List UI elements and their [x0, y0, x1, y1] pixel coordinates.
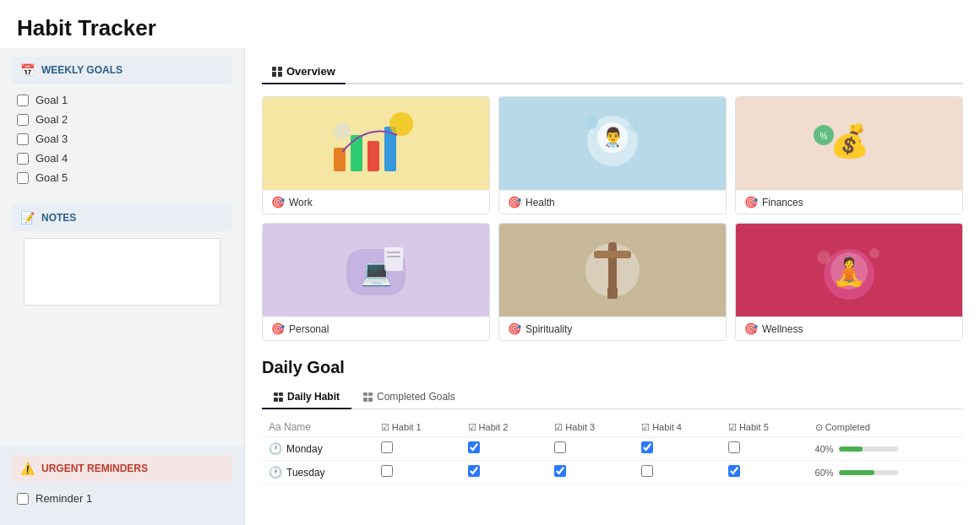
- habit1-monday-check[interactable]: [381, 441, 393, 453]
- reminder-1-label: Reminder 1: [35, 492, 92, 505]
- habit3-monday[interactable]: [547, 437, 634, 461]
- svg-point-9: [585, 116, 598, 129]
- notes-area[interactable]: [24, 238, 220, 306]
- tab-overview[interactable]: Overview: [262, 60, 346, 84]
- progress-cell-tuesday: 60%: [815, 468, 956, 478]
- day-icon-tuesday: 🕐: [269, 466, 282, 479]
- goal-4-label: Goal 4: [35, 152, 68, 165]
- svg-rect-20: [608, 242, 617, 289]
- reminder-icon: ⚠️: [20, 462, 35, 475]
- goal-4-checkbox[interactable]: [17, 153, 29, 165]
- category-name-spirituality: Spirituality: [525, 323, 572, 335]
- habit5-monday-check[interactable]: [728, 441, 740, 453]
- habit3-tuesday-check[interactable]: [554, 465, 566, 477]
- category-label-work: 🎯 Work: [263, 190, 489, 214]
- category-thumb-work: [263, 97, 489, 190]
- reminder-1-checkbox[interactable]: [17, 493, 29, 505]
- goal-2-checkbox[interactable]: [17, 114, 29, 126]
- svg-text:%: %: [820, 132, 828, 141]
- habit5-monday[interactable]: [721, 437, 808, 461]
- overview-tab-label: Overview: [286, 65, 335, 78]
- habit4-tuesday-check[interactable]: [641, 465, 653, 477]
- category-name-wellness: Wellness: [762, 323, 803, 335]
- col-habit4: ☑ Habit 4: [634, 418, 721, 437]
- goal-1-checkbox[interactable]: [17, 95, 29, 106]
- category-card-personal[interactable]: 💻 🎯 Personal: [262, 223, 490, 341]
- habit1-tuesday-check[interactable]: [381, 465, 393, 477]
- day-label-tuesday: Tuesday: [286, 467, 325, 479]
- svg-point-27: [869, 248, 879, 258]
- reminder-item-1: Reminder 1: [12, 489, 232, 508]
- goal-3-checkbox[interactable]: [17, 133, 29, 145]
- weekly-goals-header: 📅 WEEKLY GOALS: [12, 57, 232, 84]
- notes-header: 📝 NOTES: [12, 204, 232, 231]
- target-icon-work: 🎯: [271, 196, 285, 208]
- category-name-finances: Finances: [762, 197, 803, 208]
- col-name: Aa Name: [262, 418, 374, 437]
- goal-item-5: Goal 5: [12, 168, 232, 187]
- habit3-monday-check[interactable]: [554, 441, 566, 453]
- tab-daily-habit[interactable]: Daily Habit: [262, 386, 351, 409]
- category-label-health: 🎯 Health: [499, 190, 726, 214]
- table-row-monday: 🕐 Monday 40%: [262, 437, 963, 461]
- svg-point-5: [334, 122, 351, 139]
- category-card-finances[interactable]: 💰 % 🎯 Finances: [735, 96, 963, 214]
- category-name-work: Work: [289, 197, 313, 208]
- category-card-spirituality[interactable]: 🎯 Spirituality: [498, 223, 727, 341]
- habit1-monday[interactable]: [374, 437, 461, 461]
- tab-completed-goals-label: Completed Goals: [377, 391, 455, 403]
- urgent-reminders-label: URGENT REMINDERS: [41, 463, 148, 474]
- goal-item-3: Goal 3: [12, 129, 232, 149]
- habit4-monday-check[interactable]: [641, 441, 653, 453]
- category-label-finances: 🎯 Finances: [736, 190, 962, 214]
- habit2-tuesday[interactable]: [461, 461, 548, 484]
- category-thumb-finances: 💰 %: [736, 97, 962, 190]
- category-label-spirituality: 🎯 Spirituality: [499, 317, 726, 340]
- category-label-wellness: 🎯 Wellness: [736, 317, 962, 340]
- tab-completed-goals[interactable]: Completed Goals: [351, 386, 467, 409]
- daily-goal-title: Daily Goal: [262, 358, 963, 377]
- overview-tab-bar: Overview: [262, 60, 963, 84]
- svg-text:💰: 💰: [830, 122, 870, 160]
- urgent-reminders-section: ⚠️ URGENT REMINDERS Reminder 1: [0, 447, 244, 525]
- col-habit5: ☑ Habit 5: [721, 418, 808, 437]
- habit4-monday[interactable]: [634, 437, 721, 461]
- category-card-health[interactable]: 👨‍⚕️ 🎯 Health: [498, 96, 727, 214]
- sidebar-spacer: [0, 322, 244, 447]
- progress-bar-fill-tuesday: [839, 470, 874, 475]
- svg-point-4: [389, 112, 413, 136]
- target-icon-spirituality: 🎯: [508, 322, 521, 335]
- category-card-wellness[interactable]: 🧘 🎯 Wellness: [735, 223, 963, 341]
- day-icon-monday: 🕐: [269, 442, 282, 455]
- habit4-tuesday[interactable]: [634, 461, 721, 484]
- svg-rect-22: [607, 287, 618, 299]
- category-card-work[interactable]: 🎯 Work: [262, 96, 490, 214]
- svg-rect-21: [594, 251, 631, 258]
- progress-bar-fill-monday: [839, 447, 863, 452]
- progress-pct-tuesday: 60%: [815, 468, 834, 478]
- goal-item-2: Goal 2: [12, 110, 232, 129]
- svg-text:👨‍⚕️: 👨‍⚕️: [602, 126, 625, 149]
- habit5-tuesday-check[interactable]: [728, 465, 740, 477]
- notes-icon: 📝: [20, 211, 35, 225]
- svg-rect-16: [384, 247, 403, 271]
- habit2-monday[interactable]: [461, 437, 548, 461]
- category-thumb-spirituality: [499, 224, 726, 317]
- goal-5-checkbox[interactable]: [17, 172, 29, 184]
- category-thumb-personal: 💻: [263, 224, 489, 317]
- progress-bar-bg-monday: [839, 447, 898, 452]
- habit5-tuesday[interactable]: [721, 461, 808, 484]
- category-name-health: Health: [525, 197, 555, 208]
- habit2-tuesday-check[interactable]: [468, 465, 480, 477]
- urgent-reminders-header: ⚠️ URGENT REMINDERS: [12, 455, 232, 482]
- category-grid: 🎯 Work 👨‍⚕️ 🎯 Health: [262, 96, 963, 341]
- habit3-tuesday[interactable]: [547, 461, 634, 484]
- grid-icon-daily: [274, 392, 283, 402]
- habit2-monday-check[interactable]: [468, 441, 480, 453]
- goal-1-label: Goal 1: [35, 94, 68, 106]
- daily-tab-bar: Daily Habit Completed Goals: [262, 386, 963, 409]
- day-label-monday: Monday: [286, 443, 323, 455]
- main-content: Overview 🎯: [245, 48, 980, 525]
- notes-section: 📝 NOTES: [0, 196, 244, 322]
- habit1-tuesday[interactable]: [374, 461, 461, 484]
